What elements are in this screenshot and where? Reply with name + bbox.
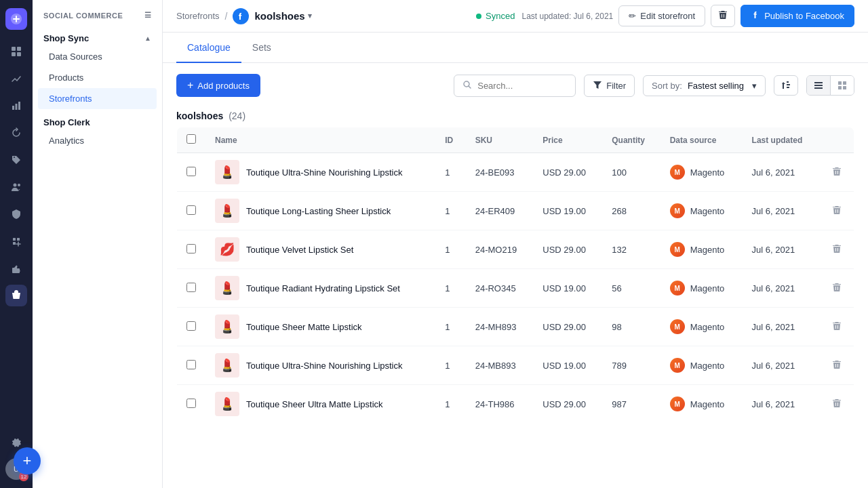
product-quantity: 98	[602, 308, 660, 346]
product-thumbnail: 💄	[215, 314, 239, 339]
nav-refresh-icon[interactable]	[5, 122, 27, 144]
publish-to-facebook-button[interactable]: Publish to Facebook	[741, 5, 854, 27]
delete-row-button[interactable]	[829, 319, 844, 336]
col-lastupdated: Last updated	[743, 127, 820, 153]
delete-row-button[interactable]	[829, 280, 844, 297]
product-datasource: M Magento	[660, 230, 743, 269]
sidebar-item-storefronts[interactable]: Storefronts	[38, 88, 157, 109]
tab-sets[interactable]: Sets	[241, 33, 282, 63]
svg-rect-20	[843, 86, 846, 89]
select-all-checkbox[interactable]	[186, 134, 196, 144]
product-cell: 💄 Toutique Ultra-Shine Nourishing Lipsti…	[215, 160, 426, 184]
product-sku: 24-BE093	[466, 153, 534, 192]
search-input[interactable]	[477, 81, 567, 91]
product-name: Toutique Sheer Ultra Matte Lipstick	[246, 399, 383, 409]
svg-rect-19	[838, 86, 842, 89]
delete-row-button[interactable]	[829, 164, 844, 181]
list-view-button[interactable]	[807, 76, 830, 95]
sort-select[interactable]: Sort by: Fastest selling ▾	[643, 75, 766, 96]
nav-tag-icon[interactable]	[5, 149, 27, 171]
product-datasource: M Magento	[660, 385, 743, 424]
svg-point-9	[18, 184, 20, 186]
store-name[interactable]: koolshoes ▾	[254, 10, 311, 22]
row-checkbox[interactable]	[186, 205, 196, 215]
search-box[interactable]	[454, 75, 576, 97]
tab-catalogue[interactable]: Catalogue	[176, 33, 241, 63]
facebook-icon	[233, 8, 249, 24]
sidebar-collapse-icon[interactable]: ☰	[144, 11, 152, 20]
facebook-publish-icon	[751, 10, 760, 22]
breadcrumb-separator: /	[225, 11, 228, 22]
delete-storefront-button[interactable]	[711, 5, 735, 27]
table-row: 💄 Toutique Long-Lasting Sheer Lipstick 1…	[177, 192, 854, 230]
product-thumbnail: 💄	[215, 199, 239, 223]
trash-icon	[718, 10, 728, 22]
product-sku: 24-MO219	[466, 230, 534, 269]
delete-row-button[interactable]	[829, 241, 844, 258]
magento-icon: M	[670, 165, 685, 180]
breadcrumb-storefronts[interactable]: Storefronts	[176, 11, 220, 21]
table-header-row: Name ID SKU Price Quantity Data source L…	[177, 127, 854, 153]
section-title: koolshoes (24)	[163, 108, 868, 127]
magento-icon: M	[670, 281, 685, 296]
table-container: Name ID SKU Price Quantity Data source L…	[163, 127, 868, 437]
row-checkbox[interactable]	[186, 244, 196, 253]
nav-users-icon[interactable]	[5, 176, 27, 198]
delete-row-button[interactable]	[829, 203, 844, 220]
grid-view-button[interactable]	[830, 76, 854, 95]
product-cell: 💋 Toutique Velvet Lipstick Set	[215, 237, 426, 262]
magento-icon: M	[670, 396, 685, 411]
product-id: 1	[435, 346, 466, 385]
product-cell: 💄 Toutique Long-Lasting Sheer Lipstick	[215, 199, 426, 223]
row-checkbox[interactable]	[186, 167, 196, 176]
product-sku: 24-ER409	[466, 192, 534, 230]
row-checkbox[interactable]	[186, 283, 196, 292]
fab-add-button[interactable]: +	[14, 447, 41, 474]
svg-rect-18	[843, 81, 846, 85]
product-last-updated: Jul 6, 2021	[743, 346, 820, 385]
product-datasource: M Magento	[660, 153, 743, 192]
sidebar-section-shop-sync[interactable]: Shop Sync ▲	[33, 25, 162, 46]
product-name: Toutique Ultra-Shine Nourishing Lipstick	[246, 167, 403, 178]
col-quantity: Quantity	[602, 127, 660, 153]
svg-rect-5	[12, 106, 14, 110]
icon-rail: U 12	[0, 0, 33, 488]
product-id: 1	[435, 385, 466, 424]
add-products-button[interactable]: + Add products	[176, 74, 260, 97]
product-last-updated: Jul 6, 2021	[743, 308, 820, 346]
svg-rect-10	[13, 238, 16, 241]
sort-direction-button[interactable]	[774, 75, 798, 96]
nav-analytics-icon[interactable]	[5, 68, 27, 89]
filter-button[interactable]: Filter	[584, 75, 635, 97]
nav-shield-icon[interactable]	[5, 203, 27, 225]
nav-chart-icon[interactable]	[5, 95, 27, 117]
product-thumbnail: 💄	[215, 353, 239, 378]
svg-point-8	[14, 184, 17, 187]
tabs: Catalogue Sets	[163, 33, 868, 63]
nav-plugin-icon[interactable]	[5, 230, 27, 252]
product-price: USD 29.00	[533, 385, 602, 424]
sidebar-item-products[interactable]: Products	[38, 67, 157, 88]
row-checkbox[interactable]	[186, 321, 196, 331]
delete-row-button[interactable]	[829, 357, 844, 374]
svg-rect-2	[17, 47, 21, 51]
row-checkbox[interactable]	[186, 360, 196, 369]
product-last-updated: Jul 6, 2021	[743, 192, 820, 230]
product-thumbnail: 💄	[215, 160, 239, 184]
nav-dashboard-icon[interactable]	[5, 41, 27, 62]
product-price: USD 19.00	[533, 192, 602, 230]
col-name: Name	[205, 127, 435, 153]
breadcrumb: Storefronts / koolshoes ▾	[176, 8, 312, 24]
edit-storefront-button[interactable]: ✏ Edit storefront	[618, 5, 705, 26]
nav-thumbup-icon[interactable]	[5, 258, 27, 279]
plus-icon: +	[187, 79, 193, 92]
sidebar-item-data-sources[interactable]: Data Sources	[38, 46, 157, 67]
svg-rect-15	[814, 85, 823, 86]
product-last-updated: Jul 6, 2021	[743, 153, 820, 192]
delete-row-button[interactable]	[829, 396, 844, 413]
product-cell: 💄 Toutique Sheer Ultra Matte Lipstick	[215, 392, 426, 416]
row-checkbox[interactable]	[186, 399, 196, 408]
sync-status: Synced Last updated: Jul 6, 2021	[476, 11, 613, 21]
nav-bag-icon[interactable]	[5, 285, 27, 306]
sidebar-item-analytics[interactable]: Analytics	[38, 130, 157, 151]
